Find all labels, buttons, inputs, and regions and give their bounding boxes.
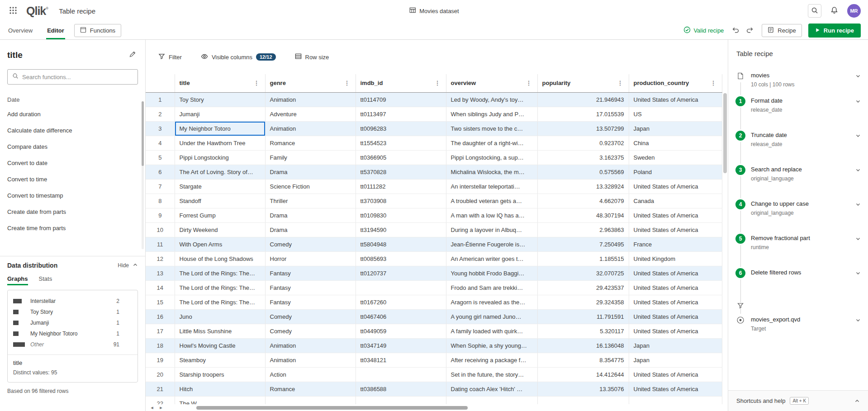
cell-popularity[interactable]: 1.185515 <box>537 251 629 266</box>
recipe-step[interactable]: 1Format daterelease_date <box>735 96 861 131</box>
row-number[interactable]: 19 <box>146 353 175 367</box>
cell-imdb-id[interactable]: tt0449059 <box>356 324 446 338</box>
function-list-item[interactable]: Create time from parts <box>0 220 145 236</box>
cell-genre[interactable]: Animation <box>265 92 356 107</box>
cell-imdb-id[interactable]: tt3194590 <box>356 222 446 237</box>
table-row[interactable]: 9Forrest GumpDramatt0109830A man with a … <box>146 208 722 222</box>
cell-overview[interactable]: An interstellar teleportati… <box>446 179 537 194</box>
table-row[interactable]: 20Starship troopersActionSet in the futu… <box>146 367 722 382</box>
cell-title[interactable]: The Art of Loving. Story of… <box>175 165 265 179</box>
cell-overview[interactable]: A young girl named Juno… <box>446 309 537 324</box>
horizontal-scrollbar-thumb[interactable] <box>196 406 468 410</box>
cell-imdb-id[interactable]: tt0347149 <box>356 338 446 353</box>
vertical-scrollbar-thumb[interactable] <box>723 93 727 173</box>
cell-title[interactable]: House of the Long Shadows <box>175 251 265 266</box>
cell-genre[interactable]: Comedy <box>265 237 356 251</box>
cell-production-country[interactable]: Canada <box>629 194 722 208</box>
cell-popularity[interactable]: 0.923702 <box>537 136 629 150</box>
cell-title[interactable]: Stargate <box>175 179 265 194</box>
recipe-step[interactable]: 3Search and replaceoriginal_language <box>735 165 861 199</box>
table-row[interactable]: 13The Lord of the Rings: The…Fantasytt01… <box>146 266 722 280</box>
cell-production-country[interactable]: United States of America <box>629 222 722 237</box>
cell-imdb-id[interactable]: tt5804948 <box>356 237 446 251</box>
table-row[interactable]: 19SteamboyAnimationtt0348121After receiv… <box>146 353 722 367</box>
cell-popularity[interactable]: 11.791591 <box>537 309 629 324</box>
shortcuts-and-help[interactable]: Shortcuts and help Alt + K <box>728 390 868 411</box>
cell-production-country[interactable]: Japan <box>629 338 722 353</box>
row-number[interactable]: 1 <box>146 92 175 107</box>
cell-imdb-id[interactable]: tt3703908 <box>356 194 446 208</box>
recipe-step[interactable]: 6Delete filtered rows <box>735 268 861 302</box>
cell-production-country[interactable]: France <box>629 237 722 251</box>
table-row[interactable]: 16JunoComedytt0467406A young girl named … <box>146 309 722 324</box>
cell-imdb-id[interactable]: tt0111282 <box>356 179 446 194</box>
cell-imdb-id[interactable]: tt5370828 <box>356 165 446 179</box>
column-menu-icon[interactable]: ⋮ <box>253 80 261 86</box>
cell-genre[interactable]: Adventure <box>265 107 356 121</box>
scroll-right-button[interactable]: ▸ <box>157 405 166 411</box>
cell-imdb-id[interactable]: tt0096283 <box>356 121 446 136</box>
cell-production-country[interactable]: Japan <box>629 353 722 367</box>
cell-imdb-id[interactable]: tt0366905 <box>356 150 446 165</box>
row-number[interactable]: 14 <box>146 280 175 295</box>
cell-popularity[interactable]: 13.507299 <box>537 121 629 136</box>
row-number[interactable]: 12 <box>146 251 175 266</box>
column-menu-icon[interactable]: ⋮ <box>434 80 441 86</box>
column-menu-icon[interactable]: ⋮ <box>710 80 717 86</box>
recipe-step[interactable]: 2Truncate daterelease_date <box>735 131 861 165</box>
cell-genre[interactable]: Family <box>265 150 356 165</box>
table-row[interactable]: 12House of the Long ShadowsHorrortt00856… <box>146 251 722 266</box>
edit-field-button[interactable] <box>127 49 138 61</box>
row-number[interactable]: 8 <box>146 194 175 208</box>
row-number[interactable]: 3 <box>146 121 175 136</box>
cell-production-country[interactable]: United States of America <box>629 280 722 295</box>
cell-imdb-id[interactable]: tt1554523 <box>356 136 446 150</box>
cell-popularity[interactable]: 7.250495 <box>537 237 629 251</box>
cell-overview[interactable]: Jean-Étienne Fougerole is… <box>446 237 537 251</box>
column-header-title[interactable]: title⋮ <box>175 74 265 92</box>
table-row[interactable]: 11With Open ArmsComedytt5804948Jean-Étie… <box>146 237 722 251</box>
cell-genre[interactable]: Fantasy <box>265 266 356 280</box>
cell-overview[interactable]: Dating coach Alex 'Hitch' … <box>446 382 537 396</box>
row-number[interactable]: 18 <box>146 338 175 353</box>
chevron-down-icon[interactable] <box>855 202 861 207</box>
cell-production-country[interactable]: United States of America <box>629 382 722 396</box>
cell-imdb-id[interactable]: tt0467406 <box>356 309 446 324</box>
hide-distribution-button[interactable]: Hide <box>118 262 138 269</box>
cell-overview[interactable]: A troubled veteran gets a… <box>446 194 537 208</box>
cell-title[interactable]: Under the Hawthorn Tree <box>175 136 265 150</box>
cell-overview[interactable]: Two sisters move to the c… <box>446 121 537 136</box>
cell-title[interactable]: Steamboy <box>175 353 265 367</box>
chevron-down-icon[interactable] <box>855 317 861 323</box>
cell-genre[interactable]: Action <box>265 367 356 382</box>
cell-title[interactable]: Starship troopers <box>175 367 265 382</box>
table-row[interactable]: 6The Art of Loving. Story of…Dramatt5370… <box>146 165 722 179</box>
cell-production-country[interactable]: United States of America <box>629 309 722 324</box>
table-row[interactable]: 14The Lord of the Rings: The…FantasyFrod… <box>146 280 722 295</box>
row-number[interactable]: 6 <box>146 165 175 179</box>
cell-popularity[interactable]: 29.423537 <box>537 280 629 295</box>
cell-popularity[interactable]: 2.963863 <box>537 222 629 237</box>
cell-imdb-id[interactable]: tt0167260 <box>356 295 446 309</box>
cell-imdb-id[interactable] <box>356 280 446 295</box>
table-row[interactable]: 7StargateScience Fictiontt0111282An inte… <box>146 179 722 194</box>
cell-imdb-id[interactable]: tt0386588 <box>356 382 446 396</box>
column-header-genre[interactable]: genre⋮ <box>265 74 356 92</box>
cell-genre[interactable]: Comedy <box>265 309 356 324</box>
distribution-bar-row[interactable]: Jumanji1 <box>13 317 119 328</box>
table-row[interactable]: 4Under the Hawthorn TreeRomancett1554523… <box>146 136 722 150</box>
tab-overview[interactable]: Overview <box>7 22 33 39</box>
cell-popularity[interactable]: 3.162375 <box>537 150 629 165</box>
cell-overview[interactable]: An American writer goes t… <box>446 251 537 266</box>
row-number[interactable]: 20 <box>146 367 175 382</box>
cell-production-country[interactable]: US <box>629 107 722 121</box>
cell-popularity[interactable]: 13.328924 <box>537 179 629 194</box>
cell-title[interactable]: Forrest Gump <box>175 208 265 222</box>
cell-popularity[interactable]: 16.136048 <box>537 338 629 353</box>
cell-title[interactable]: Toy Story <box>175 92 265 107</box>
cell-overview[interactable]: Pippi Longstocking, a sup… <box>446 150 537 165</box>
scroll-left-button[interactable]: ◂ <box>147 405 157 411</box>
run-recipe-button[interactable]: Run recipe <box>808 24 861 38</box>
table-row[interactable]: 3My Neighbor TotoroAnimationtt0096283Two… <box>146 121 722 136</box>
cell-overview[interactable]: When siblings Judy and P… <box>446 107 537 121</box>
